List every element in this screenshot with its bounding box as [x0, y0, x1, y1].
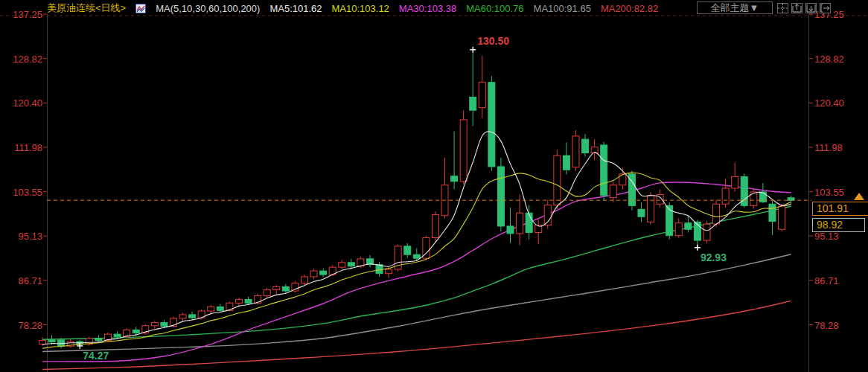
ma-value-label: MA60:100.76: [466, 3, 523, 14]
ma-line-ma200: [42, 301, 791, 369]
crosshair-move-icon[interactable]: [777, 3, 788, 13]
indicator-chart-icon[interactable]: [135, 4, 146, 13]
ma-value-label: MA200:82.82: [601, 3, 658, 14]
candlestick-chart[interactable]: [0, 0, 868, 372]
y-axis-label: 111.98: [1, 142, 42, 153]
secondary-price-badge: 98.92: [812, 218, 865, 232]
ma-value-label: MA100:91.65: [534, 3, 591, 14]
ma-value-label: MA30:103.38: [399, 3, 456, 14]
pane-zoom-in-icon[interactable]: [791, 3, 802, 13]
y-axis-label: 128.82: [1, 54, 42, 65]
chart-window: 美原油连续<日线> MA(5,10,30,60,100,200) MA5:101…: [0, 0, 868, 372]
y-axis-label: 120.40: [814, 97, 844, 109]
ma-group-label: MA(5,10,30,60,100,200): [156, 3, 260, 14]
pane-collapse-icon[interactable]: [820, 3, 831, 13]
chart-header: 美原油连续<日线> MA(5,10,30,60,100,200) MA5:101…: [47, 1, 658, 15]
y-axis-label: 78.28: [1, 320, 42, 331]
y-axis-label: 95.13: [1, 231, 42, 242]
y-axis-label: 78.28: [814, 320, 839, 331]
y-axis-label: 111.98: [814, 142, 843, 153]
y-axis-label: 137.25: [1, 9, 42, 20]
price-up-arrow-icon: [854, 193, 864, 200]
price-extreme-label: 74.27: [83, 350, 109, 362]
ma-value-label: MA10:103.12: [332, 3, 389, 14]
y-axis-label: 95.13: [814, 231, 839, 242]
y-axis-label: 128.82: [814, 54, 844, 65]
y-axis-label: 120.40: [1, 97, 42, 109]
ma-values: MA5:101.62MA10:103.12MA30:103.38MA60:100…: [269, 3, 658, 14]
pane-zoom-out-icon[interactable]: [805, 3, 817, 13]
ma-line-ma5: [42, 132, 791, 344]
instrument-title: 美原油连续<日线>: [47, 1, 126, 15]
y-axis-label: 86.71: [814, 275, 839, 286]
y-axis-label: 103.55: [814, 187, 844, 198]
price-extreme-label: 130.50: [477, 35, 509, 47]
theme-filter-button[interactable]: 全部主题▼: [697, 1, 773, 14]
last-price-badge: 101.91: [812, 202, 868, 216]
toolbar: 全部主题▼: [697, 1, 831, 14]
price-extreme-label: 92.93: [701, 251, 727, 263]
y-axis-label: 86.71: [1, 275, 42, 286]
ma-value-label: MA5:101.62: [269, 3, 322, 14]
y-axis-label: 103.55: [1, 187, 42, 198]
